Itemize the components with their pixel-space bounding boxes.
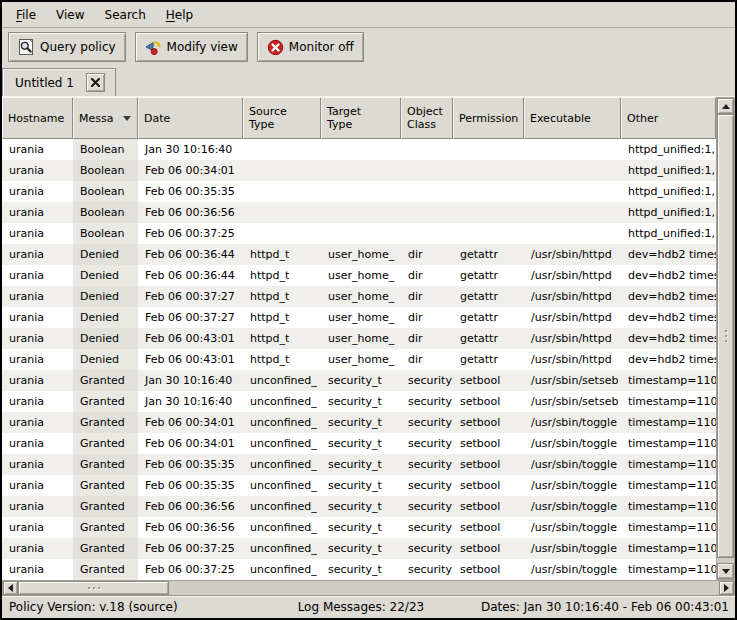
- column-header-hostname[interactable]: Hostname: [2, 97, 73, 139]
- log-table-row[interactable]: uraniaGrantedFeb 06 00:36:56unconfined_s…: [2, 496, 716, 517]
- log-table-row[interactable]: uraniaGrantedFeb 06 00:37:25unconfined_s…: [2, 538, 716, 559]
- log-table-row[interactable]: uraniaDeniedFeb 06 00:36:44httpd_tuser_h…: [2, 265, 716, 286]
- cell-permission: getattr: [453, 286, 524, 307]
- cell-executable: /usr/sbin/toggle: [524, 496, 621, 517]
- log-table-row[interactable]: uraniaBooleanFeb 06 00:36:56httpd_unifie…: [2, 202, 716, 223]
- cell-object-class: security: [401, 433, 453, 454]
- scroll-left-button[interactable]: [3, 581, 18, 595]
- log-table-row[interactable]: uraniaGrantedFeb 06 00:36:56unconfined_s…: [2, 517, 716, 538]
- cell-date: Feb 06 00:34:01: [138, 433, 243, 454]
- cell-permission: setbool: [453, 391, 524, 412]
- scroll-up-button[interactable]: [717, 98, 734, 114]
- toolbar-button-label: Modify view: [167, 40, 238, 54]
- log-table-row[interactable]: uraniaGrantedFeb 06 00:37:25unconfined_s…: [2, 559, 716, 580]
- column-header-executable[interactable]: Executable: [524, 97, 621, 139]
- tab-untitled-1[interactable]: Untitled 1: [2, 68, 116, 96]
- monitor-off-button[interactable]: Monitor off: [257, 32, 364, 62]
- column-header-messa[interactable]: Messa: [73, 97, 138, 139]
- cell-messa: Boolean: [73, 160, 138, 181]
- log-table-row[interactable]: uraniaDeniedFeb 06 00:36:44httpd_tuser_h…: [2, 244, 716, 265]
- cell-permission: setbool: [453, 412, 524, 433]
- log-table-row[interactable]: uraniaGrantedFeb 06 00:34:01unconfined_s…: [2, 412, 716, 433]
- column-header-permission[interactable]: Permission: [453, 97, 524, 139]
- cell-permission: setbool: [453, 433, 524, 454]
- menu-item-view[interactable]: View: [46, 5, 94, 25]
- vertical-scrollbar-thumb[interactable]: [717, 114, 734, 558]
- column-header-target-type[interactable]: Target Type: [321, 97, 401, 139]
- cell-messa: Granted: [73, 370, 138, 391]
- tab-strip: Untitled 1: [2, 66, 735, 96]
- cell-messa: Denied: [73, 265, 138, 286]
- cell-other: httpd_unified:1, h: [621, 202, 716, 223]
- horizontal-scrollbar[interactable]: [2, 580, 735, 596]
- log-table-row[interactable]: uraniaGrantedFeb 06 00:35:35unconfined_s…: [2, 475, 716, 496]
- scroll-down-button[interactable]: [717, 563, 734, 579]
- cell-hostname: urania: [2, 517, 73, 538]
- cell-hostname: urania: [2, 202, 73, 223]
- cell-date: Feb 06 00:35:35: [138, 181, 243, 202]
- log-table-row[interactable]: uraniaGrantedJan 30 10:16:40unconfined_s…: [2, 391, 716, 412]
- table-body: uraniaBooleanJan 30 10:16:40httpd_unifie…: [2, 139, 716, 580]
- menu-item-file[interactable]: File: [6, 5, 46, 25]
- cell-executable: /usr/sbin/httpd: [524, 244, 621, 265]
- log-table-row[interactable]: uraniaGrantedFeb 06 00:35:35unconfined_s…: [2, 454, 716, 475]
- cell-date: Feb 06 00:37:27: [138, 286, 243, 307]
- modify-view-button[interactable]: Modify view: [135, 32, 248, 62]
- menu-item-search[interactable]: Search: [95, 5, 156, 25]
- cell-object-class: security: [401, 517, 453, 538]
- log-table: HostnameMessaDateSource TypeTarget TypeO…: [2, 97, 716, 580]
- vertical-scrollbar[interactable]: [716, 97, 735, 580]
- cell-object-class: security: [401, 370, 453, 391]
- cell-permission: setbool: [453, 370, 524, 391]
- cell-target-type: user_home_: [321, 349, 401, 370]
- cell-source-type: [243, 202, 321, 223]
- cell-object-class: security: [401, 391, 453, 412]
- cell-object-class: security: [401, 559, 453, 580]
- cell-executable: [524, 223, 621, 244]
- cell-permission: [453, 139, 524, 160]
- arrow-up-icon: [722, 104, 730, 109]
- cell-object-class: dir: [401, 328, 453, 349]
- column-header-source-type[interactable]: Source Type: [243, 97, 321, 139]
- cell-object-class: security: [401, 475, 453, 496]
- log-table-row[interactable]: uraniaDeniedFeb 06 00:43:01httpd_tuser_h…: [2, 349, 716, 370]
- cell-object-class: dir: [401, 286, 453, 307]
- log-table-row[interactable]: uraniaDeniedFeb 06 00:37:27httpd_tuser_h…: [2, 286, 716, 307]
- cell-hostname: urania: [2, 454, 73, 475]
- cell-messa: Granted: [73, 538, 138, 559]
- cell-date: Feb 06 00:43:01: [138, 328, 243, 349]
- cell-executable: /usr/sbin/toggle: [524, 454, 621, 475]
- cell-hostname: urania: [2, 160, 73, 181]
- cell-permission: setbool: [453, 454, 524, 475]
- arrow-down-icon: [722, 569, 730, 574]
- cell-target-type: security_t: [321, 370, 401, 391]
- cell-object-class: dir: [401, 349, 453, 370]
- log-table-row[interactable]: uraniaBooleanJan 30 10:16:40httpd_unifie…: [2, 139, 716, 160]
- cell-permission: getattr: [453, 328, 524, 349]
- log-table-row[interactable]: uraniaGrantedJan 30 10:16:40unconfined_s…: [2, 370, 716, 391]
- menu-item-help[interactable]: Help: [156, 5, 203, 25]
- column-header-date[interactable]: Date: [138, 97, 243, 139]
- scroll-right-button[interactable]: [719, 581, 734, 595]
- cell-other: timestamp=11076: [621, 517, 716, 538]
- query-policy-button[interactable]: Query policy: [8, 32, 126, 62]
- log-table-row[interactable]: uraniaBooleanFeb 06 00:37:25httpd_unifie…: [2, 223, 716, 244]
- column-header-object-class[interactable]: Object Class: [401, 97, 453, 139]
- cell-executable: /usr/sbin/httpd: [524, 265, 621, 286]
- tab-close-button[interactable]: [86, 73, 105, 92]
- log-table-row[interactable]: uraniaBooleanFeb 06 00:35:35httpd_unifie…: [2, 181, 716, 202]
- horizontal-scrollbar-thumb[interactable]: [18, 581, 169, 595]
- log-table-row[interactable]: uraniaBooleanFeb 06 00:34:01httpd_unifie…: [2, 160, 716, 181]
- column-header-other[interactable]: Other: [621, 97, 716, 139]
- log-table-row[interactable]: uraniaDeniedFeb 06 00:43:01httpd_tuser_h…: [2, 328, 716, 349]
- cell-permission: [453, 202, 524, 223]
- cell-permission: setbool: [453, 538, 524, 559]
- column-header-label: Permission: [459, 112, 518, 125]
- window-chrome: FileViewSearchHelp Query policyModify vi…: [2, 2, 735, 618]
- log-table-row[interactable]: uraniaDeniedFeb 06 00:37:27httpd_tuser_h…: [2, 307, 716, 328]
- log-table-row[interactable]: uraniaGrantedFeb 06 00:34:01unconfined_s…: [2, 433, 716, 454]
- cell-messa: Denied: [73, 244, 138, 265]
- cell-source-type: unconfined_: [243, 433, 321, 454]
- cell-source-type: httpd_t: [243, 328, 321, 349]
- cell-messa: Granted: [73, 517, 138, 538]
